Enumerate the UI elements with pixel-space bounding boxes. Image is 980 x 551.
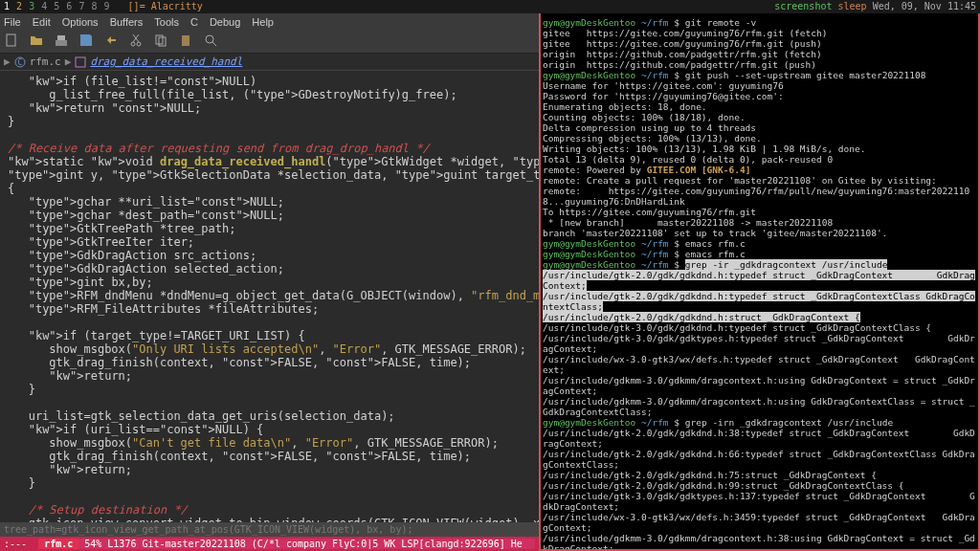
c-file-icon: C bbox=[14, 56, 26, 68]
workspace-1[interactable]: 1 bbox=[4, 1, 10, 11]
workspace-3[interactable]: 3 bbox=[29, 1, 34, 11]
chevron-right-icon: ▶ bbox=[65, 55, 72, 68]
modeline-info: 54% L1376 Git-master20221108 (C/*l compa… bbox=[78, 539, 535, 549]
chevron-right-icon: ▶ bbox=[4, 55, 11, 68]
emacs-pane: File Edit Options Buffers Tools C Debug … bbox=[0, 0, 539, 551]
sleep-indicator: sleep bbox=[837, 1, 866, 11]
open-folder-icon[interactable] bbox=[29, 33, 44, 51]
svg-point-8 bbox=[206, 35, 213, 43]
terminal-output[interactable]: gym@gymDeskGentoo ~/rfm $ git remote -v … bbox=[541, 15, 978, 551]
breadcrumb: ▶ C rfm.c ▶ drag_data_received_handl bbox=[0, 54, 539, 71]
menu-edit[interactable]: Edit bbox=[33, 16, 51, 28]
top-status-bar: 1 2 3 4 5 6 7 8 9 []= Alacritty screensh… bbox=[0, 0, 980, 13]
code-editor[interactable]: "kw">if (file_list!="const">NULL) g_list… bbox=[0, 71, 539, 522]
workspace-7[interactable]: 7 bbox=[78, 1, 84, 11]
undo-icon[interactable] bbox=[103, 33, 119, 51]
workspace-4[interactable]: 4 bbox=[41, 1, 47, 11]
disk-icon[interactable] bbox=[54, 33, 69, 51]
workspace-8[interactable]: 8 bbox=[91, 1, 97, 11]
svg-rect-2 bbox=[57, 35, 65, 40]
workspace-6[interactable]: 6 bbox=[66, 1, 72, 11]
menu-debug[interactable]: Debug bbox=[210, 16, 240, 28]
modeline: :--- rfm.c 54% L1376 Git-master20221108 … bbox=[0, 537, 539, 551]
svg-rect-7 bbox=[182, 35, 189, 46]
workspace-list: 1 2 3 4 5 6 7 8 9 []= Alacritty bbox=[4, 0, 204, 13]
svg-point-4 bbox=[137, 42, 141, 46]
window-title: []= Alacritty bbox=[128, 1, 203, 11]
breadcrumb-function[interactable]: drag_data_received_handl bbox=[90, 55, 242, 68]
modeline-truncated: tree_path=gtk_icon_view_get_path_at_pos(… bbox=[0, 522, 539, 537]
menu-bar: File Edit Options Buffers Tools C Debug … bbox=[0, 13, 539, 31]
svg-point-3 bbox=[131, 42, 135, 46]
svg-rect-1 bbox=[56, 40, 67, 46]
new-file-icon[interactable] bbox=[4, 33, 19, 51]
svg-rect-11 bbox=[76, 57, 85, 67]
modeline-filename: rfm.c bbox=[38, 539, 78, 549]
paste-icon[interactable] bbox=[178, 33, 193, 51]
menu-tools[interactable]: Tools bbox=[154, 16, 179, 28]
svg-text:C: C bbox=[17, 58, 22, 67]
terminal-pane[interactable]: gym@gymDeskGentoo ~/rfm $ git remote -v … bbox=[539, 0, 980, 551]
svg-rect-0 bbox=[7, 34, 15, 46]
screenshot-indicator: screenshot bbox=[774, 1, 832, 11]
workspace-5[interactable]: 5 bbox=[54, 1, 59, 11]
cut-icon[interactable] bbox=[128, 33, 144, 51]
clock: Wed, 09, Nov 11:45 bbox=[873, 1, 976, 11]
toolbar bbox=[0, 31, 539, 54]
menu-options[interactable]: Options bbox=[62, 16, 99, 28]
function-icon bbox=[75, 56, 86, 68]
menu-buffers[interactable]: Buffers bbox=[110, 16, 144, 28]
workspace-9[interactable]: 9 bbox=[104, 1, 110, 11]
breadcrumb-file[interactable]: rfm.c bbox=[30, 55, 61, 68]
menu-file[interactable]: File bbox=[4, 16, 21, 28]
menu-help[interactable]: Help bbox=[252, 16, 274, 28]
status-area: screenshot sleep Wed, 09, Nov 11:45 bbox=[774, 0, 976, 13]
copy-icon[interactable] bbox=[153, 33, 168, 51]
menu-c[interactable]: C bbox=[190, 16, 198, 28]
workspace-2[interactable]: 2 bbox=[16, 1, 22, 11]
modeline-prefix: :--- bbox=[4, 539, 38, 549]
search-icon[interactable] bbox=[203, 33, 218, 51]
save-icon[interactable] bbox=[78, 33, 94, 51]
